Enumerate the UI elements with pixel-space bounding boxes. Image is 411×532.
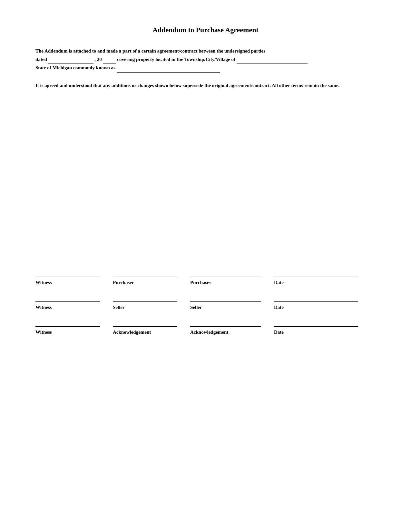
date-blank (48, 55, 93, 64)
witness-label-3: Witness (35, 330, 52, 335)
date2-label: Date (274, 305, 284, 310)
intro-dated-prefix: dated (35, 57, 47, 62)
intro-covering: covering property located in the Townshi… (117, 57, 235, 62)
sig-witness-2: Witness (35, 301, 100, 310)
sig-seller-2: Seller (190, 301, 261, 310)
signature-row-seller: Witness Seller Seller Date (35, 301, 376, 310)
witness-line-2 (35, 301, 100, 302)
state-blank (117, 64, 220, 73)
sig-witness-1: Witness (35, 277, 100, 285)
sig-date-2: Date (274, 301, 358, 310)
sig-acknowledgement-2: Acknowledgement (190, 326, 261, 335)
sig-seller-1: Seller (113, 301, 177, 310)
ack2-line (190, 326, 261, 327)
ack1-line (113, 326, 177, 327)
township-blank (237, 55, 308, 64)
purchaser2-line (190, 277, 261, 277)
seller1-line (113, 301, 177, 302)
document-title: Addendum to Purchase Agreement (35, 26, 376, 34)
intro-paragraph: The Addendum is attached to and made a p… (35, 47, 376, 73)
sig-date-3: Date (274, 326, 358, 335)
date1-label: Date (274, 280, 284, 285)
purchaser1-label: Purchaser (113, 280, 134, 285)
purchaser2-label: Purchaser (190, 280, 211, 285)
witness-line-1 (35, 277, 100, 277)
document-container: Addendum to Purchase Agreement The Adden… (35, 26, 376, 335)
ack2-label: Acknowledgement (190, 330, 228, 335)
date1-line (274, 277, 358, 277)
intro-state: State of Michigan commonly known as (35, 65, 115, 70)
date3-label: Date (274, 330, 284, 335)
ack1-label: Acknowledgement (113, 330, 151, 335)
sig-witness-3: Witness (35, 326, 100, 335)
seller2-line (190, 301, 261, 302)
signature-row-purchaser: Witness Purchaser Purchaser Date (35, 277, 376, 285)
sig-acknowledgement-1: Acknowledgement (113, 326, 177, 335)
witness-line-3 (35, 326, 100, 327)
sig-purchaser-2: Purchaser (190, 277, 261, 285)
year-blank (103, 55, 116, 64)
sig-date-1: Date (274, 277, 358, 285)
purchaser1-line (113, 277, 177, 277)
signature-section: Witness Purchaser Purchaser Date Witness (35, 277, 376, 335)
sig-purchaser-1: Purchaser (113, 277, 177, 285)
witness-label-2: Witness (35, 305, 52, 310)
intro-line1: The Addendum is attached to and made a p… (35, 48, 265, 54)
signature-row-acknowledgement: Witness Acknowledgement Acknowledgement … (35, 326, 376, 335)
second-paragraph: It is agreed and understood that any add… (35, 82, 376, 90)
date3-line (274, 326, 358, 327)
seller1-label: Seller (113, 305, 125, 310)
seller2-label: Seller (190, 305, 202, 310)
witness-label-1: Witness (35, 280, 52, 285)
date2-line (274, 301, 358, 302)
intro-year-prefix: , 20 (94, 57, 102, 62)
